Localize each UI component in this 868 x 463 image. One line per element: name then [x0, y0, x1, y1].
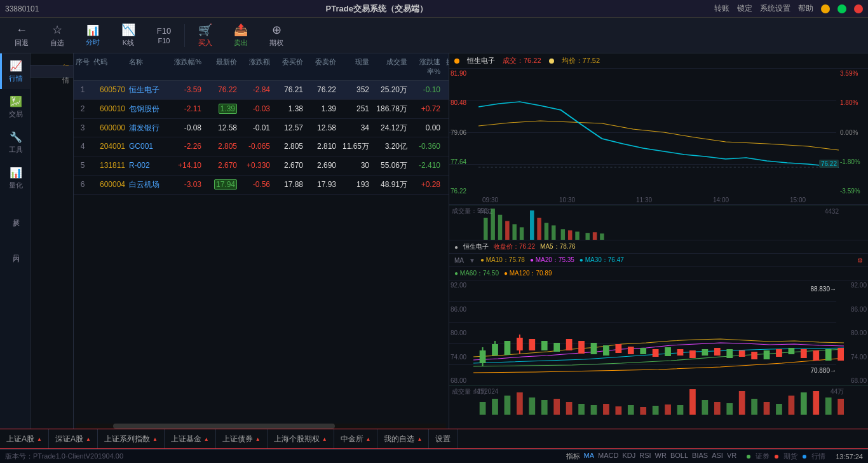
chart-deal: 成交：76.22 — [503, 56, 541, 66]
svg-rect-12 — [568, 230, 572, 240]
tab-macd[interactable]: MACD — [598, 452, 618, 461]
statusbar-right: 指标 MA MACD KDJ RSI WR BOLL BIAS ASI VR 证… — [566, 452, 863, 461]
svg-rect-80 — [825, 397, 832, 415]
time-axis: 09:30 10:30 11:30 14:00 15:00 — [449, 196, 868, 205]
settings-btn[interactable]: 系统设置 — [760, 3, 790, 14]
svg-rect-11 — [561, 229, 565, 240]
ma-bar: ● 恒生电子 收盘价：76.22 MA5：78.76 — [449, 240, 868, 254]
btab-sh-fund[interactable]: 上证基金 ▲ — [165, 429, 216, 449]
btab-settings[interactable]: 设置 — [429, 429, 458, 449]
close-btn[interactable] — [854, 4, 863, 13]
avg-dot — [549, 59, 554, 64]
tools-icon: 🔧 — [10, 131, 22, 143]
table-row[interactable]: 4 204001 GC001 -2.26 2.805 -0.065 2.805 … — [74, 137, 449, 156]
securities-dot — [747, 455, 750, 459]
sell-btn[interactable]: 📤 卖出 — [224, 20, 257, 51]
scroll-thumb[interactable] — [113, 424, 335, 429]
chart-info-bar: 恒生电子 成交：76.22 均价：77.52 — [449, 53, 868, 69]
arrow-icon: ▲ — [204, 436, 209, 442]
titlebar-id: 33880101 — [5, 4, 39, 13]
svg-rect-6 — [520, 227, 524, 240]
svg-rect-23 — [517, 338, 523, 350]
btab-sh-index[interactable]: 上证系列指数 ▲ — [98, 429, 165, 449]
lock-btn[interactable]: 锁定 — [737, 3, 752, 14]
options-btn[interactable]: ⊕ 期权 — [260, 20, 293, 51]
watchlist-tab-market[interactable]: 行 — [31, 53, 73, 66]
svg-rect-20 — [492, 344, 498, 356]
arrow-icon: ▲ — [322, 436, 327, 442]
buy-btn[interactable]: 🛒 买入 — [189, 20, 222, 51]
sidebar-item-expand[interactable]: 扩展 — [0, 196, 30, 232]
svg-rect-39 — [689, 350, 696, 358]
intraday-chart: 3.59% 1.80% 0.00% -1.80% -3.59% 81.90 80… — [449, 69, 868, 196]
intraday-svg — [478, 69, 839, 196]
ma-bar2: MA ▼ ● MA10：75.78 ● MA20：75.35 ● MA30：76… — [449, 254, 868, 267]
btab-sh-bond[interactable]: 上证债券 ▲ — [216, 429, 268, 449]
horizontal-scrollbar[interactable] — [76, 424, 446, 429]
btab-sh-options[interactable]: 上海个股期权 ▲ — [268, 429, 334, 449]
svg-rect-68 — [677, 405, 684, 415]
arrow-icon: ▲ — [37, 436, 42, 442]
ma-bar3: ● MA60：74.50 ● MA120：70.89 — [449, 267, 868, 280]
sidebar-item-trade[interactable]: 💹 交易 — [0, 89, 30, 125]
f10-btn[interactable]: F10 F10 — [147, 20, 180, 51]
watchlist-tab-sentiment[interactable]: 情 — [31, 66, 73, 78]
toolbar: ← 回退 ☆ 自选 📊 分时 📉 K线 F10 F10 🛒 买入 📤 卖出 ⊕ … — [0, 18, 868, 53]
table-row[interactable]: 5 131811 R-002 +14.10 2.670 +0.330 2.670… — [74, 156, 449, 176]
timeshare-btn[interactable]: 📊 分时 — [76, 20, 109, 51]
kline-btn[interactable]: 📉 K线 — [112, 20, 145, 51]
btab-my-watchlist[interactable]: 我的自选 ▲ — [377, 429, 429, 449]
btab-cffex[interactable]: 中金所 ▲ — [334, 429, 378, 449]
sidebar-item-quant[interactable]: 📊 量化 — [0, 160, 30, 196]
svg-rect-41 — [714, 348, 721, 356]
table-row[interactable]: 6 600004 白云机场 -3.03 17.94 -0.56 17.88 17… — [74, 176, 449, 195]
tab-vr[interactable]: VR — [727, 452, 736, 461]
kline-low-label: 70.880→ — [810, 367, 836, 374]
svg-rect-78 — [801, 392, 807, 415]
svg-rect-65 — [640, 407, 646, 415]
svg-rect-58 — [553, 399, 560, 415]
help-btn[interactable]: 帮助 — [798, 3, 813, 14]
statusbar: 版本号：PTrade1.0-ClientV201904.00 指标 MA MAC… — [0, 449, 868, 463]
tab-indicator[interactable]: 指标 — [566, 452, 580, 461]
table-row[interactable]: 3 600000 浦发银行 -0.08 12.58 -0.01 12.57 12… — [74, 119, 449, 138]
minimize-btn[interactable] — [821, 4, 830, 13]
sidebar-item-intraday[interactable]: 日内 — [0, 232, 30, 267]
svg-rect-77 — [789, 396, 795, 415]
svg-rect-64 — [628, 405, 634, 415]
svg-rect-25 — [519, 350, 520, 354]
svg-rect-53 — [492, 399, 498, 415]
maximize-btn[interactable] — [837, 4, 846, 13]
tab-boll[interactable]: BOLL — [670, 452, 688, 461]
svg-rect-27 — [541, 341, 548, 350]
svg-rect-67 — [665, 404, 671, 415]
table-row[interactable]: 1 600570 恒生电子 -3.59 76.22 -2.84 76.21 76… — [74, 81, 449, 100]
transfer-btn[interactable]: 转账 — [714, 3, 729, 14]
btab-shanghai-a[interactable]: 上证A股 ▲ — [0, 429, 49, 449]
tab-wr[interactable]: WR — [655, 452, 667, 461]
svg-rect-60 — [578, 404, 585, 415]
svg-rect-73 — [739, 391, 745, 415]
main-area: 📈 行情 💹 交易 🔧 工具 📊 量化 扩展 日内 行 情 — [0, 53, 868, 429]
sidebar-item-market[interactable]: 📈 行情 — [0, 53, 30, 89]
back-btn[interactable]: ← 回退 — [5, 20, 38, 51]
tab-rsi[interactable]: RSI — [639, 452, 651, 461]
watchlist-panel: 行 情 — [31, 53, 74, 429]
watchlist-btn[interactable]: ☆ 自选 — [41, 20, 74, 51]
tab-kdj[interactable]: KDJ — [622, 452, 635, 461]
svg-rect-54 — [505, 396, 511, 415]
btab-shenzhen-a[interactable]: 深证A股 ▲ — [49, 429, 98, 449]
stock-dot — [454, 59, 459, 64]
quant-icon: 📊 — [10, 167, 22, 179]
svg-rect-79 — [813, 391, 819, 415]
tab-bias[interactable]: BIAS — [692, 452, 708, 461]
sidebar-item-tools[interactable]: 🔧 工具 — [0, 125, 30, 160]
svg-rect-55 — [517, 392, 523, 415]
svg-rect-56 — [529, 397, 535, 415]
table-row[interactable]: 2 600010 包钢股份 -2.11 1.39 -0.03 1.38 1.39… — [74, 100, 449, 119]
titlebar-controls: 转账 锁定 系统设置 帮助 — [714, 3, 863, 14]
tab-ma[interactable]: MA — [584, 452, 595, 461]
ma-settings-icon[interactable]: ⚙ — [857, 257, 863, 264]
svg-rect-36 — [653, 349, 659, 357]
tab-asi[interactable]: ASI — [712, 452, 723, 461]
